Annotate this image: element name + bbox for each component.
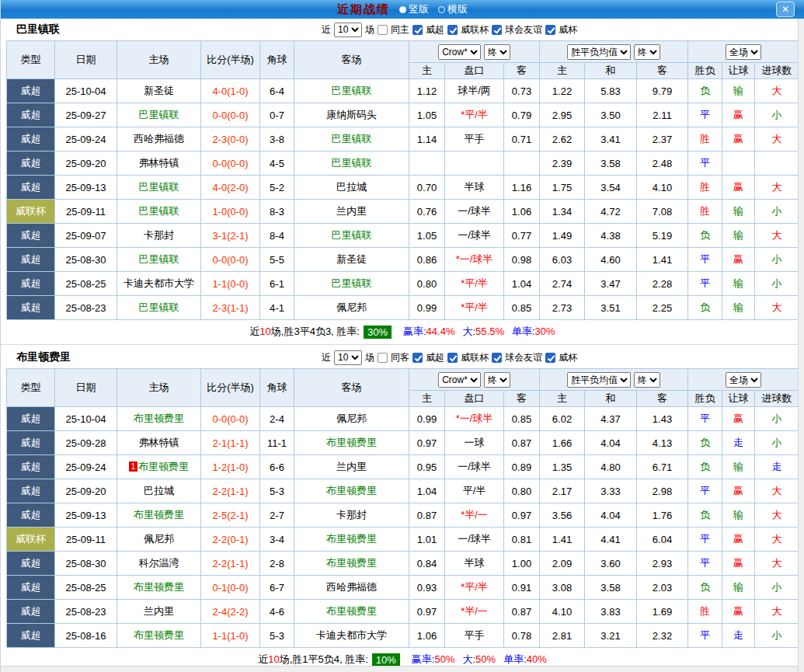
match-score[interactable]: 2-3(1-1) bbox=[201, 296, 260, 320]
home-team[interactable]: 巴拉城 bbox=[117, 479, 201, 503]
league-checkbox-2[interactable] bbox=[492, 25, 502, 35]
league-checkbox-1[interactable] bbox=[447, 353, 458, 363]
league-checkbox-3[interactable] bbox=[545, 25, 555, 35]
avg-odds-select[interactable]: 胜平负均值 bbox=[567, 44, 631, 60]
home-team[interactable]: 西哈弗福德 bbox=[117, 127, 201, 151]
home-team[interactable]: 弗林特镇 bbox=[117, 431, 201, 455]
bookmaker-select[interactable]: Crow* bbox=[438, 372, 481, 388]
match-score[interactable]: 0-0(0-0) bbox=[201, 407, 260, 431]
match-score[interactable]: 0-0(0-0) bbox=[201, 248, 260, 272]
match-score[interactable]: 2-5(2-1) bbox=[201, 503, 260, 528]
handicap-time-select[interactable]: 终 bbox=[484, 372, 510, 388]
handicap-line: *平/半 bbox=[445, 296, 504, 320]
match-score[interactable]: 1-0(0-0) bbox=[201, 200, 260, 224]
horizontal-scrollbar[interactable] bbox=[1, 666, 798, 672]
league-checkbox-3[interactable] bbox=[545, 353, 555, 363]
match-score[interactable]: 4-0(1-0) bbox=[201, 79, 260, 103]
same-venue-checkbox[interactable] bbox=[378, 353, 388, 363]
home-team[interactable]: 卡迪夫都市大学 bbox=[117, 272, 201, 296]
away-team[interactable]: 巴拉城 bbox=[294, 176, 409, 200]
match-score[interactable]: 0-0(0-0) bbox=[201, 151, 260, 176]
home-team[interactable]: 1布里顿费里 bbox=[117, 455, 201, 479]
match-score[interactable]: 1-1(1-0) bbox=[201, 624, 260, 648]
league-checkbox-0[interactable] bbox=[412, 353, 423, 363]
avg-draw-odds: 3.58 bbox=[585, 576, 637, 600]
away-team[interactable]: 卡那封 bbox=[294, 503, 409, 528]
match-count-select[interactable]: 10 bbox=[334, 23, 362, 37]
league-checkbox-1[interactable] bbox=[447, 25, 458, 35]
avg-time-select[interactable]: 终 bbox=[634, 44, 660, 60]
scope-select[interactable]: 全场 bbox=[726, 372, 761, 388]
away-team[interactable]: 巴里镇联 bbox=[294, 127, 409, 151]
match-count-select[interactable]: 10 bbox=[334, 350, 362, 365]
home-team[interactable]: 科尔温湾 bbox=[117, 552, 201, 576]
home-team[interactable]: 布里顿费里 bbox=[117, 503, 201, 528]
home-team[interactable]: 巴里镇联 bbox=[117, 200, 201, 224]
home-team[interactable]: 兰内里 bbox=[117, 600, 201, 624]
home-team[interactable]: 布里顿费里 bbox=[117, 576, 201, 600]
away-team[interactable]: 康纳斯码头 bbox=[294, 103, 409, 127]
match-score[interactable]: 3-1(2-1) bbox=[201, 224, 260, 248]
match-row: 威联杯25-09-11巴里镇联1-0(0-0)8-3兰内里0.76一/球半1.0… bbox=[7, 200, 799, 224]
home-team[interactable]: 弗林特镇 bbox=[117, 151, 201, 176]
avg-draw-odds: 4.04 bbox=[585, 431, 637, 455]
away-team[interactable]: 卡迪夫都市大学 bbox=[294, 624, 409, 648]
match-score[interactable]: 2-3(0-0) bbox=[201, 127, 260, 151]
away-team[interactable]: 巴里镇联 bbox=[294, 79, 409, 103]
match-type: 威超 bbox=[7, 248, 55, 272]
close-button[interactable]: ✕ bbox=[776, 2, 795, 17]
home-team[interactable]: 巴里镇联 bbox=[117, 248, 201, 272]
home-team[interactable]: 巴里镇联 bbox=[117, 103, 201, 127]
corners: 6-1 bbox=[260, 272, 294, 296]
home-team[interactable]: 巴里镇联 bbox=[117, 176, 201, 200]
handicap-away-odds: 0.80 bbox=[504, 479, 540, 503]
match-score[interactable]: 1-1(0-0) bbox=[201, 272, 260, 296]
avg-odds-select[interactable]: 胜平负均值 bbox=[567, 372, 631, 388]
away-team[interactable]: 佩尼邦 bbox=[294, 407, 409, 431]
match-score[interactable]: 2-4(2-2) bbox=[201, 600, 260, 624]
match-score[interactable]: 0-0(0-0) bbox=[201, 103, 260, 127]
handicap-line: 一/球半 bbox=[445, 224, 504, 248]
summary-bar: 近10场,胜3平4负3, 胜率: 30% 赢率:44.4% 大:55.5% 单率… bbox=[1, 320, 804, 343]
match-score[interactable]: 0-1(0-0) bbox=[201, 576, 260, 600]
avg-home-odds: 2.73 bbox=[540, 296, 585, 320]
vertical-scrollbar[interactable] bbox=[798, 19, 804, 672]
league-checkbox-2[interactable] bbox=[492, 353, 502, 363]
match-score[interactable]: 2-1(1-1) bbox=[201, 431, 260, 455]
match-score[interactable]: 4-0(2-0) bbox=[201, 176, 260, 200]
away-team[interactable]: 巴里镇联 bbox=[294, 272, 409, 296]
home-team[interactable]: 佩尼邦 bbox=[117, 528, 201, 552]
same-venue-checkbox[interactable] bbox=[378, 25, 388, 35]
match-score[interactable]: 2-2(1-1) bbox=[201, 552, 260, 576]
avg-time-select[interactable]: 终 bbox=[634, 372, 660, 388]
home-team[interactable]: 布里顿费里 bbox=[117, 407, 201, 431]
scope-select[interactable]: 全场 bbox=[726, 44, 761, 60]
away-team[interactable]: 布里顿费里 bbox=[294, 600, 409, 624]
home-team[interactable]: 巴里镇联 bbox=[117, 296, 201, 320]
home-team[interactable]: 卡那封 bbox=[117, 224, 201, 248]
match-date: 25-08-16 bbox=[55, 624, 117, 648]
away-team[interactable]: 新圣徒 bbox=[294, 248, 409, 272]
away-team[interactable]: 巴里镇联 bbox=[294, 151, 409, 176]
away-team[interactable]: 佩尼邦 bbox=[294, 296, 409, 320]
home-team[interactable]: 布里顿费里 bbox=[117, 624, 201, 648]
match-score[interactable]: 2-2(0-1) bbox=[201, 528, 260, 552]
away-team[interactable]: 布里顿费里 bbox=[294, 528, 409, 552]
away-team[interactable]: 布里顿费里 bbox=[294, 431, 409, 455]
handicap-time-select[interactable]: 终 bbox=[484, 44, 510, 60]
match-score[interactable]: 2-2(1-1) bbox=[201, 479, 260, 503]
away-team[interactable]: 巴里镇联 bbox=[294, 224, 409, 248]
away-team[interactable]: 布里顿费里 bbox=[294, 479, 409, 503]
match-score[interactable]: 1-2(1-0) bbox=[201, 455, 260, 479]
away-team[interactable]: 兰内里 bbox=[294, 200, 409, 224]
layout-option-vertical[interactable]: 竖版 bbox=[399, 2, 429, 16]
avg-odds-group: 胜平负均值 终 bbox=[540, 41, 688, 63]
home-team[interactable]: 新圣徒 bbox=[117, 79, 201, 103]
layout-option-horizontal[interactable]: 横版 bbox=[438, 2, 468, 16]
bookmaker-select[interactable]: Crow* bbox=[438, 44, 481, 60]
away-team[interactable]: 布里顿费里 bbox=[294, 552, 409, 576]
match-row: 威超25-09-20巴拉城2-2(1-1)5-3布里顿费里1.04平/半0.80… bbox=[7, 479, 799, 503]
away-team[interactable]: 兰内里 bbox=[294, 455, 409, 479]
away-team[interactable]: 西哈弗福德 bbox=[294, 576, 409, 600]
league-checkbox-0[interactable] bbox=[412, 25, 423, 35]
